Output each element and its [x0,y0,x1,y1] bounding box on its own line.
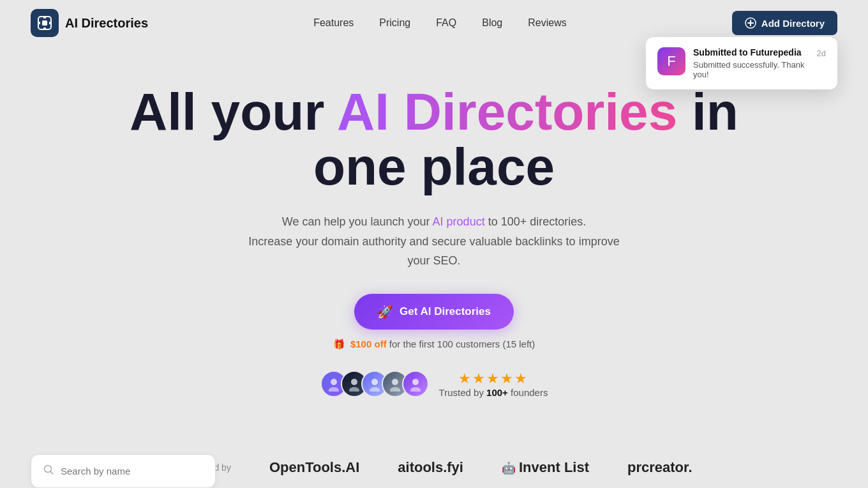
avatar [402,370,429,397]
svg-point-14 [390,387,400,392]
search-icon [43,464,54,478]
star-rating: ★★★★★ [439,370,548,387]
headline-line2: one place [313,137,555,195]
cta-label: Get AI Directories [400,305,491,318]
add-icon [745,17,756,29]
notification-app-icon: F [657,47,685,75]
logo-link[interactable]: AI Directories [31,9,148,37]
svg-point-10 [349,387,359,392]
add-directory-button[interactable]: Add Directory [732,11,837,35]
social-proof: ★★★★★ Trusted by 100+ founders [13,370,855,398]
svg-point-9 [351,379,357,385]
svg-point-13 [392,379,398,385]
notification-time: 2d [817,49,826,58]
nav-reviews[interactable]: Reviews [528,17,566,28]
search-bar-wrapper [0,454,868,488]
headline-plain-1: All your [130,82,324,141]
trust-text: Trusted by 100+ founders [439,387,548,398]
gift-icon: 🎁 [333,339,345,349]
svg-point-7 [331,379,337,385]
svg-rect-4 [43,17,46,19]
headline-plain-2: in [692,82,738,141]
hero-sub-2: Increase your domain authority and secur… [248,235,619,268]
svg-point-15 [412,379,419,385]
logo-text: AI Directories [65,16,148,31]
notification-content: Submitted to Futurepedia Submitted succe… [693,47,809,79]
nav-links: Features Pricing FAQ Blog Reviews [313,17,567,29]
nav-features[interactable]: Features [313,17,354,28]
cta-wrapper: 🚀 Get AI Directories 🎁 $100 off for the … [13,294,855,350]
notification-title: Submitted to Futurepedia [693,47,809,57]
hero-section: All your AI Directories in one place We … [0,46,868,423]
nav-pricing[interactable]: Pricing [379,17,410,28]
svg-rect-1 [42,20,47,26]
hero-headline: All your AI Directories in one place [13,84,855,194]
avatar-group [320,370,429,397]
get-ai-directories-button[interactable]: 🚀 Get AI Directories [354,294,514,330]
svg-rect-3 [49,22,51,24]
svg-point-16 [410,387,421,392]
headline-gradient: AI Directories [337,82,677,141]
logo-icon [31,9,59,37]
notification-popup: F Submitted to Futurepedia Submitted suc… [646,37,837,89]
hero-subtext: We can help you launch your AI product t… [236,212,632,271]
nav-faq[interactable]: FAQ [436,17,456,28]
offer-price: $100 off [350,339,387,349]
svg-point-8 [329,387,339,392]
search-input[interactable] [61,466,204,477]
nav-blog[interactable]: Blog [482,17,502,28]
svg-point-11 [371,379,378,385]
rocket-icon: 🚀 [377,304,393,319]
offer-rest: for the first 100 customers (15 left) [389,339,535,349]
hero-sub-1: We can help you launch your AI product t… [282,215,586,228]
notification-body: Submitted successfully. Thank you! [693,60,809,79]
search-bar[interactable] [31,454,216,488]
svg-point-17 [45,466,52,473]
svg-rect-5 [43,27,46,29]
svg-rect-2 [38,22,40,24]
svg-point-12 [370,387,380,392]
cta-offer: 🎁 $100 off for the first 100 customers (… [333,339,535,350]
